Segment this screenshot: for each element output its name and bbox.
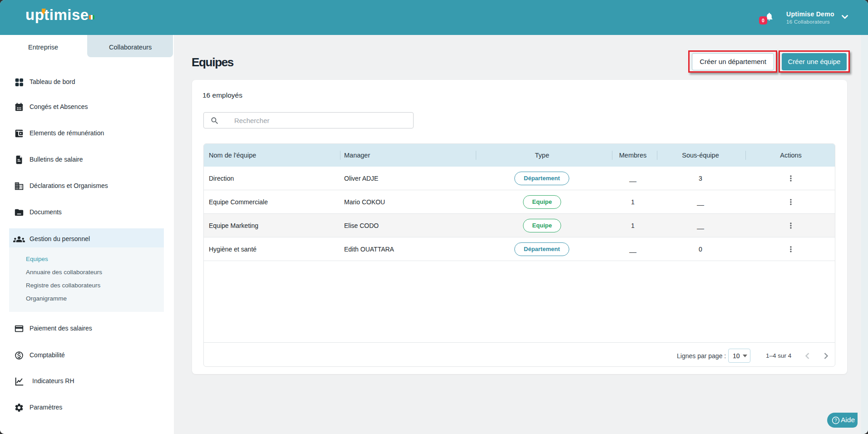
svg-text:?: ? [834,418,837,423]
